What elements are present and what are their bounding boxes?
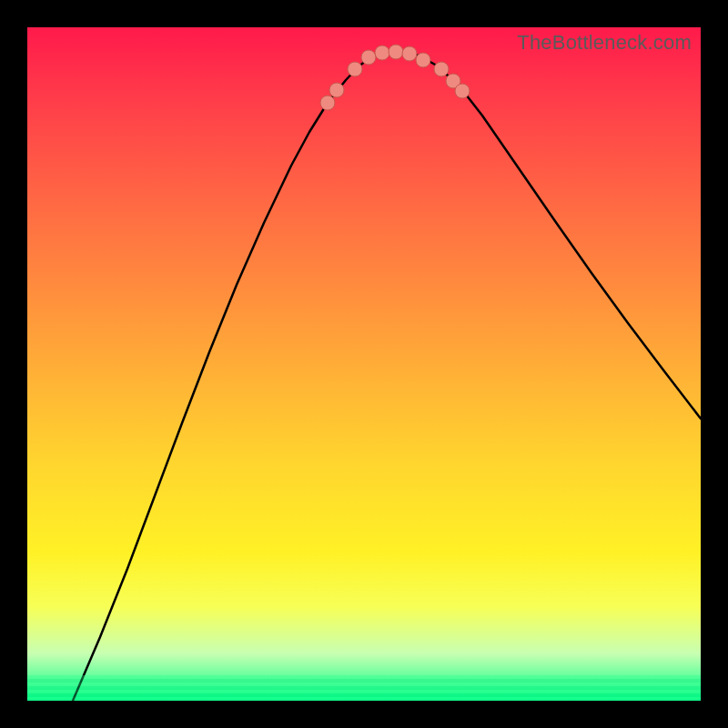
curve-marker: [361, 50, 376, 65]
curve-marker: [375, 46, 389, 60]
curve-marker: [402, 46, 417, 61]
chart-frame: TheBottleneck.com: [27, 27, 701, 701]
curve-marker: [320, 96, 335, 110]
marker-group: [320, 45, 470, 110]
curve-marker: [389, 45, 403, 59]
curve-marker: [434, 62, 449, 76]
curve-marker: [329, 83, 344, 97]
curve-marker: [416, 53, 430, 67]
curve-marker: [348, 62, 362, 76]
bottleneck-curve-path: [73, 52, 701, 701]
curve-marker: [455, 84, 470, 98]
bottleneck-curve-svg: [27, 27, 701, 701]
